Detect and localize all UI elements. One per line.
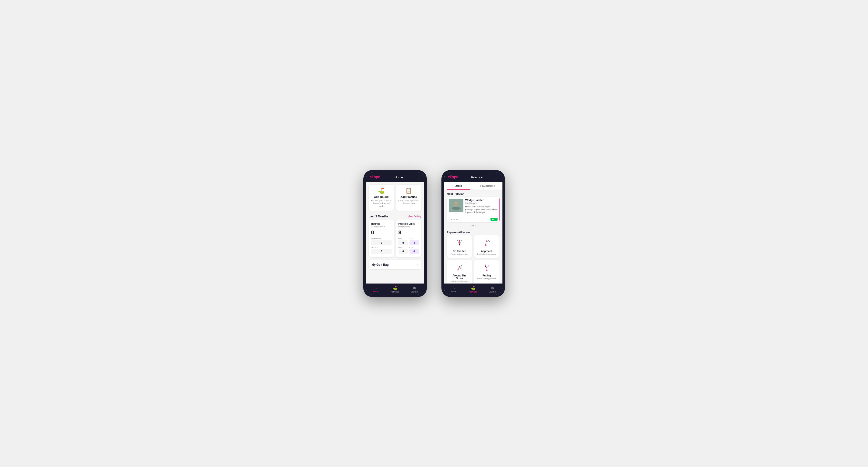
tab-drills[interactable]: Drills (444, 182, 473, 190)
stats-period-label: Last 3 Months (369, 215, 389, 218)
practice-nav-activities[interactable]: ⛳ Activities (463, 285, 483, 293)
menu-icon[interactable]: ☰ (417, 175, 420, 179)
svg-point-2 (455, 202, 457, 204)
practice-rounds-value: 0 (371, 249, 392, 254)
shots-count: ○ 9 shots (449, 218, 458, 221)
nav-activities[interactable]: ⛳ Activities (385, 285, 405, 293)
tab-favourites[interactable]: Favourites (473, 182, 502, 190)
add-round-title: Add Round (371, 195, 392, 198)
add-round-card[interactable]: ⛳ Add Round Record your shots in fast or… (369, 185, 394, 211)
rounds-title: Rounds (371, 222, 392, 225)
favourite-star-icon[interactable]: ☆ (495, 198, 498, 202)
nav-capture[interactable]: ⊕ Capture (405, 285, 424, 293)
home-page-title: Home (395, 176, 403, 179)
action-cards-row: ⛳ Add Round Record your shots in fast or… (366, 182, 424, 214)
practice-home-nav-icon: ⌂ (453, 285, 455, 290)
practice-menu-icon[interactable]: ☰ (495, 175, 498, 179)
putt-label: PUTT (409, 246, 419, 248)
skill-card-around-the-green[interactable]: Around The Green Hone your short game (447, 259, 472, 283)
stats-grid: Rounds Rounds Capture 0 Tournament 0 Pra… (366, 220, 424, 260)
practice-bottom-nav: ⌂ Home ⛳ Activities ⊕ Capture (444, 283, 502, 294)
around-the-green-title: Around The Green (449, 274, 470, 280)
practice-page-title: Practice (471, 176, 483, 179)
practice-capture-nav-icon: ⊕ (491, 285, 494, 290)
most-popular-label: Most Popular (444, 190, 502, 197)
off-the-tee-desc: Power and accuracy (449, 253, 470, 255)
practice-tabs: Drills Favourites (444, 182, 502, 190)
explore-label: Explore skill areas (444, 228, 502, 235)
capture-nav-label: Capture (410, 290, 418, 293)
add-practice-title: Add Practice (398, 195, 420, 198)
drill-description: Play 1 shot at each target yardage. If y… (465, 206, 498, 214)
activities-nav-icon: ⛳ (393, 285, 398, 290)
add-practice-icon: 📋 (398, 188, 420, 194)
drills-capture-label: Drills Capture (399, 226, 419, 228)
activities-nav-label: Activities (391, 290, 400, 293)
nav-home[interactable]: ⌂ Home (366, 285, 385, 293)
practice-nav-home[interactable]: ⌂ Home (444, 285, 463, 293)
svg-line-10 (457, 242, 460, 245)
practice-rounds-label: Practice (371, 246, 392, 248)
approach-icon (482, 238, 492, 248)
practice-activities-nav-icon: ⛳ (471, 285, 475, 290)
practice-app-logo: clippd (448, 175, 459, 179)
add-round-icon: ⛳ (371, 188, 392, 194)
add-practice-card[interactable]: 📋 Add Practice Capture your practice off… (396, 185, 422, 211)
dot-1 (470, 225, 471, 226)
around-the-green-icon (454, 262, 465, 273)
home-bottom-nav: ⌂ Home ⛳ Activities ⊕ Capture (366, 283, 424, 294)
svg-point-14 (461, 240, 462, 241)
tournament-value: 0 (371, 240, 392, 245)
putting-desc: Make and lag practice (476, 277, 497, 280)
skill-card-approach[interactable]: Approach Dial-in to hit the green (474, 235, 499, 258)
app-label: APP (409, 238, 419, 240)
chevron-right-icon: › (417, 263, 418, 267)
drill-thumbnail (449, 198, 463, 212)
rounds-total: 0 (371, 229, 392, 236)
putt-value: 4 (409, 249, 419, 254)
phone-practice: clippd Practice ☰ Drills Favourites Most… (441, 170, 505, 297)
skill-card-off-the-tee[interactable]: Off The Tee Power and accuracy (447, 235, 472, 258)
practice-capture-nav-label: Capture (489, 290, 496, 293)
practice-header: clippd Practice ☰ (444, 173, 502, 182)
around-the-green-desc: Hone your short game (449, 280, 470, 282)
practice-nav-capture[interactable]: ⊕ Capture (483, 285, 502, 293)
skill-areas-grid: Off The Tee Power and accuracy (444, 235, 502, 283)
ott-value: 0 (399, 240, 408, 245)
putting-icon (482, 262, 492, 273)
svg-point-6 (459, 245, 460, 246)
dot-2 (472, 225, 474, 226)
featured-drill-card[interactable]: Wedge Ladder ☆ 50–100 yds Play 1 shot at… (447, 197, 499, 222)
svg-point-12 (459, 240, 460, 241)
putting-title: Putting (476, 274, 497, 277)
drills-total: 8 (399, 229, 419, 236)
golf-bag-row[interactable]: My Golf Bag › (369, 260, 422, 269)
svg-line-8 (458, 241, 460, 245)
add-practice-desc: Capture your practice off-the-course (398, 199, 420, 205)
svg-point-17 (489, 241, 490, 242)
golf-bag-label: My Golf Bag (372, 263, 389, 267)
off-the-tee-title: Off The Tee (449, 250, 470, 252)
practice-home-nav-label: Home (451, 290, 456, 293)
arg-value: 0 (399, 249, 408, 254)
approach-title: Approach (476, 250, 497, 252)
stats-header-row: Last 3 Months View Activity (366, 214, 424, 220)
tournament-label: Tournament (371, 238, 392, 240)
add-round-desc: Record your shots in fast or enhanced mo… (371, 199, 392, 208)
drill-title: Wedge Ladder (465, 198, 484, 201)
carousel-dots (444, 224, 502, 228)
svg-line-9 (460, 241, 461, 245)
rounds-capture-label: Rounds Capture (371, 226, 392, 228)
skill-card-putting[interactable]: Putting Make and lag practice (474, 259, 499, 283)
rounds-card: Rounds Rounds Capture 0 Tournament 0 Pra… (369, 220, 394, 257)
home-nav-label: Home (372, 290, 378, 293)
drill-distance: 50–100 yds (465, 202, 498, 205)
ott-label: OTT (399, 238, 408, 240)
drills-title: Practice Drills (399, 222, 419, 225)
app-value: 4 (409, 240, 419, 245)
home-header: clippd Home ☰ (366, 173, 424, 182)
app-logo: clippd (370, 175, 380, 179)
capture-nav-icon: ⊕ (413, 285, 416, 290)
practice-activities-nav-label: Activities (469, 290, 477, 293)
view-activity-link[interactable]: View Activity (408, 215, 421, 218)
